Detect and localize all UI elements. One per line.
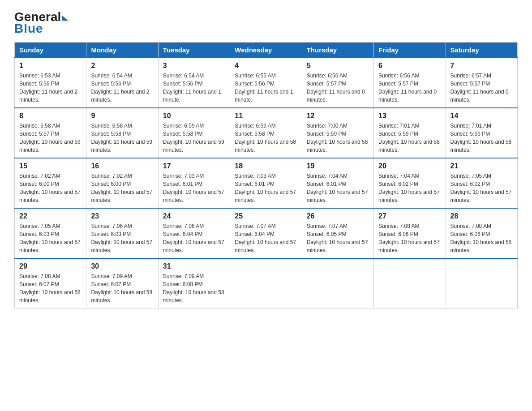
day-info: Sunrise: 7:04 AMSunset: 6:02 PMDaylight:… (378, 173, 440, 203)
calendar-cell: 24 Sunrise: 7:06 AMSunset: 6:04 PMDaylig… (158, 208, 230, 258)
day-number: 25 (235, 212, 297, 220)
day-number: 11 (235, 112, 297, 120)
calendar-cell (374, 258, 446, 308)
calendar-cell: 22 Sunrise: 7:05 AMSunset: 6:03 PMDaylig… (15, 208, 86, 258)
calendar-cell: 16 Sunrise: 7:02 AMSunset: 6:00 PMDaylig… (86, 158, 158, 208)
day-info: Sunrise: 7:05 AMSunset: 6:03 PMDaylight:… (19, 223, 81, 253)
day-info: Sunrise: 7:08 AMSunset: 6:07 PMDaylight:… (19, 273, 81, 304)
day-info: Sunrise: 6:58 AMSunset: 5:58 PMDaylight:… (91, 123, 152, 153)
calendar-cell: 31 Sunrise: 7:09 AMSunset: 6:08 PMDaylig… (158, 258, 230, 308)
day-number: 20 (378, 162, 441, 170)
day-number: 7 (450, 62, 513, 70)
logo: General Blue (14, 11, 68, 35)
day-info: Sunrise: 7:00 AMSunset: 5:59 PMDaylight:… (307, 123, 368, 153)
calendar-cell: 25 Sunrise: 7:07 AMSunset: 6:04 PMDaylig… (230, 208, 302, 258)
day-number: 24 (163, 212, 225, 220)
week-row-4: 22 Sunrise: 7:05 AMSunset: 6:03 PMDaylig… (15, 208, 518, 258)
calendar-cell: 29 Sunrise: 7:08 AMSunset: 6:07 PMDaylig… (15, 258, 86, 308)
day-number: 1 (19, 62, 82, 70)
day-info: Sunrise: 7:01 AMSunset: 5:59 PMDaylight:… (378, 123, 440, 153)
day-info: Sunrise: 7:07 AMSunset: 6:04 PMDaylight:… (235, 223, 296, 253)
day-number: 29 (19, 262, 82, 270)
calendar-cell: 23 Sunrise: 7:06 AMSunset: 6:03 PMDaylig… (86, 208, 158, 258)
calendar-cell: 19 Sunrise: 7:04 AMSunset: 6:01 PMDaylig… (302, 158, 373, 208)
day-info: Sunrise: 7:05 AMSunset: 6:02 PMDaylight:… (450, 173, 512, 203)
column-header-wednesday: Wednesday (230, 43, 302, 58)
column-header-tuesday: Tuesday (158, 43, 230, 58)
day-number: 31 (163, 262, 225, 270)
calendar-cell: 11 Sunrise: 6:59 AMSunset: 5:58 PMDaylig… (230, 108, 302, 158)
day-info: Sunrise: 7:08 AMSunset: 6:06 PMDaylight:… (450, 223, 512, 253)
calendar-cell: 20 Sunrise: 7:04 AMSunset: 6:02 PMDaylig… (374, 158, 446, 208)
calendar-cell: 3 Sunrise: 6:54 AMSunset: 5:56 PMDayligh… (158, 58, 230, 108)
day-info: Sunrise: 6:53 AMSunset: 5:56 PMDaylight:… (19, 73, 77, 103)
day-number: 3 (163, 62, 225, 70)
day-number: 9 (91, 112, 153, 120)
day-info: Sunrise: 7:04 AMSunset: 6:01 PMDaylight:… (307, 173, 368, 203)
calendar-cell: 21 Sunrise: 7:05 AMSunset: 6:02 PMDaylig… (446, 158, 517, 208)
column-header-friday: Friday (374, 43, 446, 58)
calendar-cell: 5 Sunrise: 6:56 AMSunset: 5:57 PMDayligh… (302, 58, 373, 108)
calendar-cell: 30 Sunrise: 7:09 AMSunset: 6:07 PMDaylig… (86, 258, 158, 308)
calendar-cell: 28 Sunrise: 7:08 AMSunset: 6:06 PMDaylig… (446, 208, 517, 258)
calendar-cell: 17 Sunrise: 7:03 AMSunset: 6:01 PMDaylig… (158, 158, 230, 208)
day-info: Sunrise: 7:06 AMSunset: 6:03 PMDaylight:… (91, 223, 152, 253)
day-number: 30 (91, 262, 153, 270)
day-info: Sunrise: 7:03 AMSunset: 6:01 PMDaylight:… (235, 173, 296, 203)
week-row-2: 8 Sunrise: 6:58 AMSunset: 5:57 PMDayligh… (15, 108, 518, 158)
calendar-cell: 14 Sunrise: 7:01 AMSunset: 5:59 PMDaylig… (446, 108, 517, 158)
day-info: Sunrise: 6:57 AMSunset: 5:57 PMDaylight:… (450, 73, 509, 103)
day-number: 6 (378, 62, 441, 70)
calendar-cell: 10 Sunrise: 6:59 AMSunset: 5:58 PMDaylig… (158, 108, 230, 158)
day-number: 17 (163, 162, 225, 170)
week-row-3: 15 Sunrise: 7:02 AMSunset: 6:00 PMDaylig… (15, 158, 518, 208)
day-number: 27 (378, 212, 441, 220)
calendar-cell: 18 Sunrise: 7:03 AMSunset: 6:01 PMDaylig… (230, 158, 302, 208)
calendar-table: SundayMondayTuesdayWednesdayThursdayFrid… (14, 42, 518, 308)
day-number: 4 (235, 62, 297, 70)
calendar-cell: 7 Sunrise: 6:57 AMSunset: 5:57 PMDayligh… (446, 58, 517, 108)
day-number: 23 (91, 212, 153, 220)
calendar-cell: 27 Sunrise: 7:08 AMSunset: 6:06 PMDaylig… (374, 208, 446, 258)
calendar-cell: 8 Sunrise: 6:58 AMSunset: 5:57 PMDayligh… (15, 108, 86, 158)
day-number: 14 (450, 112, 513, 120)
day-info: Sunrise: 7:09 AMSunset: 6:07 PMDaylight:… (91, 273, 152, 304)
day-info: Sunrise: 6:58 AMSunset: 5:57 PMDaylight:… (19, 123, 81, 153)
header-row: SundayMondayTuesdayWednesdayThursdayFrid… (15, 43, 518, 58)
calendar-cell (302, 258, 373, 308)
calendar-cell (230, 258, 302, 308)
header: General Blue (14, 11, 518, 35)
day-number: 10 (163, 112, 225, 120)
day-info: Sunrise: 6:54 AMSunset: 5:56 PMDaylight:… (163, 73, 221, 103)
calendar-cell: 15 Sunrise: 7:02 AMSunset: 6:00 PMDaylig… (15, 158, 86, 208)
calendar-cell: 2 Sunrise: 6:54 AMSunset: 5:56 PMDayligh… (86, 58, 158, 108)
day-info: Sunrise: 6:59 AMSunset: 5:58 PMDaylight:… (235, 123, 296, 153)
day-info: Sunrise: 6:56 AMSunset: 5:57 PMDaylight:… (378, 73, 437, 103)
day-info: Sunrise: 7:01 AMSunset: 5:59 PMDaylight:… (450, 123, 512, 153)
day-info: Sunrise: 7:02 AMSunset: 6:00 PMDaylight:… (91, 173, 152, 203)
calendar-cell: 1 Sunrise: 6:53 AMSunset: 5:56 PMDayligh… (15, 58, 86, 108)
column-header-monday: Monday (86, 43, 158, 58)
day-number: 19 (307, 162, 369, 170)
day-info: Sunrise: 7:03 AMSunset: 6:01 PMDaylight:… (163, 173, 224, 203)
day-info: Sunrise: 7:06 AMSunset: 6:04 PMDaylight:… (163, 223, 224, 253)
day-number: 15 (19, 162, 82, 170)
calendar-cell: 4 Sunrise: 6:55 AMSunset: 5:56 PMDayligh… (230, 58, 302, 108)
calendar-cell: 13 Sunrise: 7:01 AMSunset: 5:59 PMDaylig… (374, 108, 446, 158)
calendar-cell: 12 Sunrise: 7:00 AMSunset: 5:59 PMDaylig… (302, 108, 373, 158)
day-number: 13 (378, 112, 441, 120)
day-info: Sunrise: 7:09 AMSunset: 6:08 PMDaylight:… (163, 273, 224, 304)
day-info: Sunrise: 7:02 AMSunset: 6:00 PMDaylight:… (19, 173, 81, 203)
logo-triangle-icon (62, 15, 68, 21)
day-number: 8 (19, 112, 82, 120)
day-number: 16 (91, 162, 153, 170)
day-info: Sunrise: 7:08 AMSunset: 6:06 PMDaylight:… (378, 223, 440, 253)
column-header-thursday: Thursday (302, 43, 373, 58)
column-header-saturday: Saturday (446, 43, 517, 58)
logo-blue-text: Blue (14, 22, 43, 35)
day-info: Sunrise: 6:59 AMSunset: 5:58 PMDaylight:… (163, 123, 224, 153)
day-number: 26 (307, 212, 369, 220)
calendar-cell (446, 258, 517, 308)
week-row-1: 1 Sunrise: 6:53 AMSunset: 5:56 PMDayligh… (15, 58, 518, 108)
column-header-sunday: Sunday (15, 43, 86, 58)
